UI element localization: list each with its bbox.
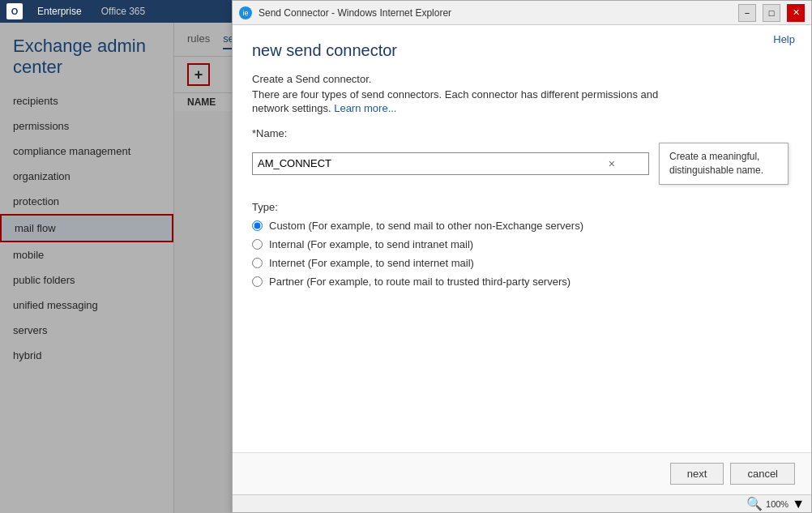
dialog-footer: next cancel	[233, 452, 811, 494]
dialog-desc1: Create a Send connector.	[252, 73, 792, 85]
sidebar-item-mail-flow[interactable]: mail flow	[0, 214, 173, 242]
name-form-group: *Name: × Create a meaningful, distinguis…	[252, 127, 792, 185]
dialog-desc3: network settings. Learn more...	[252, 102, 792, 114]
tab-enterprise[interactable]: Enterprise	[28, 2, 92, 20]
sidebar-nav: recipients permissions compliance manage…	[0, 88, 173, 368]
name-input[interactable]	[252, 152, 649, 175]
browser-icon: ie	[239, 6, 252, 19]
status-bar: 🔍 100% ▼	[233, 494, 811, 512]
dialog-heading: new send connector	[252, 41, 792, 60]
radio-internal-label: Internal (For example, to send intranet …	[269, 238, 473, 250]
help-link[interactable]: Help	[773, 33, 795, 45]
radio-custom-label: Custom (For example, to send mail to oth…	[269, 220, 583, 232]
dialog-titlebar: ie Send Connector - Windows Internet Exp…	[233, 1, 811, 25]
next-button[interactable]: next	[670, 463, 724, 485]
sidebar-item-mobile[interactable]: mobile	[0, 242, 173, 267]
dialog-body: Help new send connector Create a Send co…	[233, 25, 811, 452]
sidebar-item-public-folders[interactable]: public folders	[0, 267, 173, 293]
clear-input-button[interactable]: ×	[609, 157, 615, 170]
radio-partner[interactable]: Partner (For example, to route mail to t…	[252, 276, 792, 288]
radio-internet-label: Internet (For example, to send internet …	[269, 257, 474, 269]
dialog-close-button[interactable]: ✕	[787, 4, 805, 22]
radio-partner-label: Partner (For example, to route mail to t…	[269, 276, 571, 288]
sidebar-item-protection[interactable]: protection	[0, 189, 173, 214]
sidebar-item-servers[interactable]: servers	[0, 318, 173, 343]
zoom-level: 100%	[766, 499, 788, 509]
dialog-restore-button[interactable]: □	[763, 4, 780, 22]
tooltip-box: Create a meaningful, distinguishable nam…	[659, 143, 788, 185]
office-logo: O	[6, 3, 23, 19]
sidebar-item-hybrid[interactable]: hybrid	[0, 343, 173, 368]
sidebar-item-permissions[interactable]: permissions	[0, 113, 173, 139]
add-button[interactable]: +	[187, 63, 210, 86]
top-tabs: Enterprise Office 365	[28, 2, 155, 20]
learn-more-link[interactable]: Learn more...	[334, 102, 396, 114]
radio-internet[interactable]: Internet (For example, to send internet …	[252, 257, 792, 269]
dialog-desc2: There are four types of send connectors.…	[252, 88, 792, 100]
app-title: Exchange admin center	[0, 23, 173, 88]
zoom-dropdown-icon[interactable]: ▼	[792, 497, 805, 511]
dialog-title: Send Connector - Windows Internet Explor…	[259, 7, 732, 19]
zoom-icon: 🔍	[746, 496, 763, 511]
sidebar-item-recipients[interactable]: recipients	[0, 88, 173, 113]
name-input-row: × Create a meaningful, distinguishable n…	[252, 143, 792, 185]
sidebar-item-unified-messaging[interactable]: unified messaging	[0, 293, 173, 318]
cancel-button[interactable]: cancel	[730, 463, 795, 485]
type-form-group: Type: Custom (For example, to send mail …	[252, 201, 792, 288]
radio-custom[interactable]: Custom (For example, to send mail to oth…	[252, 220, 792, 232]
sidebar: Exchange admin center recipients permiss…	[0, 23, 174, 513]
sidebar-item-compliance-management[interactable]: compliance management	[0, 139, 173, 164]
name-label: *Name:	[252, 127, 792, 139]
dialog-window: ie Send Connector - Windows Internet Exp…	[232, 0, 812, 513]
dialog-minimize-button[interactable]: −	[738, 4, 756, 22]
type-label: Type:	[252, 201, 792, 213]
tab-rules[interactable]: rules	[187, 29, 210, 49]
sidebar-item-organization[interactable]: organization	[0, 164, 173, 189]
tab-office365[interactable]: Office 365	[92, 2, 155, 20]
radio-internal[interactable]: Internal (For example, to send intranet …	[252, 238, 792, 250]
